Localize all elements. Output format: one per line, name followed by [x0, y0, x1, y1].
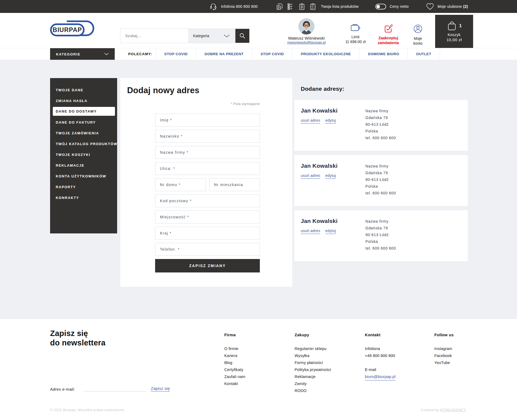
net-prices-label: Ceny netto — [390, 4, 409, 9]
net-prices-group: Ceny netto — [375, 4, 409, 9]
address-details: Nazwa firmy Gdańska 79 90-613 Łódź Polsk… — [365, 163, 396, 197]
agency-link[interactable]: ATOM AGENCY — [440, 408, 466, 412]
footer-link-blog[interactable]: Blog — [224, 359, 245, 366]
sidebar-item-reklamacje[interactable]: REKLAMACJE — [50, 160, 117, 171]
sidebar-item-konta-uzytkownikow[interactable]: KONTA UŻYTKOWNIKÓW — [50, 171, 117, 181]
categories-button[interactable]: KATEGORIE — [50, 48, 115, 60]
address-name: Jan Kowalski — [301, 107, 338, 114]
footer-email-link[interactable]: biuro@biurpap.pl — [365, 373, 396, 380]
footer: Zapisz się do newslettera Adres e-mail: … — [0, 319, 517, 420]
cart-button[interactable]: 1 Koszyk 10,00 zł — [435, 15, 473, 48]
phone-field[interactable] — [155, 243, 260, 256]
net-prices-toggle[interactable] — [375, 4, 386, 9]
footer-column-zakupy: Zakupy Regulamin sklepu Wysyłka Formy pł… — [295, 332, 331, 394]
sidebar-item-dane-do-dostawy[interactable]: DANE DO DOSTAWY — [53, 107, 115, 116]
footer-infoline-label: Infoliona — [365, 345, 396, 352]
accept-orders-link[interactable]: Zaakceptujzamówienia — [373, 24, 403, 45]
footer-link-wysylka[interactable]: Wysyłka — [295, 352, 331, 359]
city-field[interactable] — [155, 211, 260, 223]
nav-link-stop-covid-2[interactable]: STOP COVID — [252, 48, 292, 60]
remove-address-link[interactable]: usuń adres — [301, 118, 320, 124]
footer-link-youtube[interactable]: YouTube — [434, 359, 454, 366]
nav-link-stop-covid-1[interactable]: STOP COVID — [156, 48, 196, 60]
search-icon — [239, 32, 246, 39]
user-email-link[interactable]: mwisniewski@biurpap.pl — [287, 40, 326, 44]
footer-link-polityka-prywatnosci[interactable]: Polityka prywatności — [295, 366, 331, 373]
edit-address-link[interactable]: edytuj — [325, 229, 336, 234]
nav-link-produkty-ekologiczne[interactable]: PRODUKTY EKOLOGICZNE — [292, 48, 359, 60]
account-sidebar: TWOJE DANE ZMIANA HASŁA DANE DO DOSTAWY … — [50, 78, 117, 233]
edit-address-link[interactable]: edytuj — [325, 118, 336, 124]
footer-link-instagram[interactable]: Instagram — [434, 345, 454, 352]
clipboard-lines-icon[interactable] — [298, 3, 305, 10]
sidebar-item-dane-do-faktury[interactable]: DANE DO FAKTURY — [50, 117, 117, 128]
house-apartment-row — [155, 178, 260, 191]
remove-address-link[interactable]: usuń adres — [301, 229, 320, 234]
sidebar-item-twoje-zamowienia[interactable]: TWOJE ZAMÓWIENIA — [50, 128, 117, 138]
address-card: Jan Kowalski usuń adres edytuj Nazwa fir… — [294, 155, 468, 206]
product-list-link[interactable]: Twoja lista produktów — [321, 4, 359, 9]
nav-link-domowe-biuro[interactable]: DOMOWE BIURO — [359, 48, 408, 60]
category-select[interactable]: Kategoria — [188, 29, 235, 43]
footer-link-regulamin[interactable]: Regulamin sklepu — [295, 345, 331, 352]
accept-orders-icon — [383, 24, 393, 33]
save-changes-button[interactable]: ZAPISZ ZMIANY — [155, 259, 260, 272]
required-fields-note: * Pola wymagane — [155, 102, 260, 106]
footer-link-zaufali-nam[interactable]: Zaufali nam — [224, 373, 245, 380]
sidebar-item-twoje-dane[interactable]: TWOJE DANE — [50, 85, 117, 95]
last-name-field[interactable] — [155, 130, 260, 143]
footer-link-facebook[interactable]: Facebook — [434, 352, 454, 359]
checklist-icon[interactable] — [287, 3, 294, 10]
footer-link-o-firmie[interactable]: O firmie — [224, 345, 245, 352]
search-button[interactable] — [235, 29, 249, 43]
saved-addresses-section: Dodane adresy: Jan Kowalski usuń adres e… — [294, 86, 468, 265]
search-input[interactable] — [120, 29, 188, 43]
copyright-text: © 2022 Biurpap. Wszelkie prawa zastrzeżo… — [50, 408, 125, 412]
my-account-link[interactable]: Mojekonto — [407, 24, 429, 46]
newsletter-email-label: Adres e-mail: — [50, 387, 75, 391]
footer-link-kariera[interactable]: Kariera — [224, 352, 245, 359]
footer-link-rodo[interactable]: RODO — [295, 387, 331, 394]
clipboard-check-icon[interactable] — [309, 3, 316, 10]
footer-link-certyfikaty[interactable]: Certyfikaty — [224, 366, 245, 373]
footer-link-formy-platnosci[interactable]: Formy płatności — [295, 359, 331, 366]
footer-link-zwroty[interactable]: Zwroty — [295, 380, 331, 387]
accept-orders-label: Zaakceptujzamówienia — [378, 36, 399, 45]
main-header: BIURPAP Kategoria — [0, 13, 517, 48]
street-field[interactable] — [155, 162, 260, 175]
favorites-link[interactable]: Moje ulubione (2) — [426, 3, 468, 10]
first-name-field[interactable] — [155, 114, 260, 127]
country-field[interactable] — [155, 227, 260, 240]
house-number-field[interactable] — [155, 178, 206, 191]
newsletter-submit-link[interactable]: Zapisz się — [151, 386, 170, 391]
avatar[interactable] — [298, 18, 315, 34]
footer-link-kontakt[interactable]: Kontakt — [224, 380, 245, 387]
copy-pages-icon[interactable] — [276, 3, 283, 10]
apartment-number-field[interactable] — [209, 178, 260, 191]
postal-code-field[interactable] — [155, 194, 260, 207]
company-name-field[interactable] — [155, 146, 260, 159]
nav-link-dobre-na-prezent[interactable]: DOBRE NA PREZENT — [196, 48, 252, 60]
user-name: Mateusz Wiśniewski — [288, 36, 324, 40]
newsletter-email-input[interactable] — [84, 386, 146, 391]
chevron-down-icon — [104, 53, 109, 55]
footer-phone-number[interactable]: +48 800 800 800 — [365, 352, 396, 359]
newsletter-title: Zapisz się do newslettera — [50, 329, 106, 348]
recommend-label: POLECAMY: — [128, 48, 152, 60]
created-by: Created by ATOM AGENCY — [421, 408, 466, 412]
sidebar-item-twoj-katalog-produktow[interactable]: TWÓJ KATALOG PRODUKTÓW — [50, 138, 117, 149]
toggle-knob — [376, 5, 380, 8]
sidebar-item-zmiana-hasla[interactable]: ZMIANA HASŁA — [50, 95, 117, 106]
sidebar-item-twoje-koszyki[interactable]: TWOJE KOSZYKI — [50, 149, 117, 160]
limit-value: 11 699.00 zł — [345, 39, 365, 44]
newsletter-form: Adres e-mail: Zapisz się — [50, 386, 170, 391]
remove-address-link[interactable]: usuń adres — [301, 173, 320, 179]
nav-link-outlet[interactable]: OUTLET — [408, 48, 440, 60]
headset-icon — [209, 2, 217, 10]
logo[interactable]: BIURPAP — [50, 20, 95, 39]
footer-link-reklamacje[interactable]: Reklamacje — [295, 373, 331, 380]
edit-address-link[interactable]: edytuj — [325, 173, 336, 179]
sidebar-item-konrakty[interactable]: KONRAKTY — [50, 192, 117, 203]
sidebar-item-raporty[interactable]: RAPORTY — [50, 181, 117, 192]
heart-icon — [426, 3, 434, 10]
